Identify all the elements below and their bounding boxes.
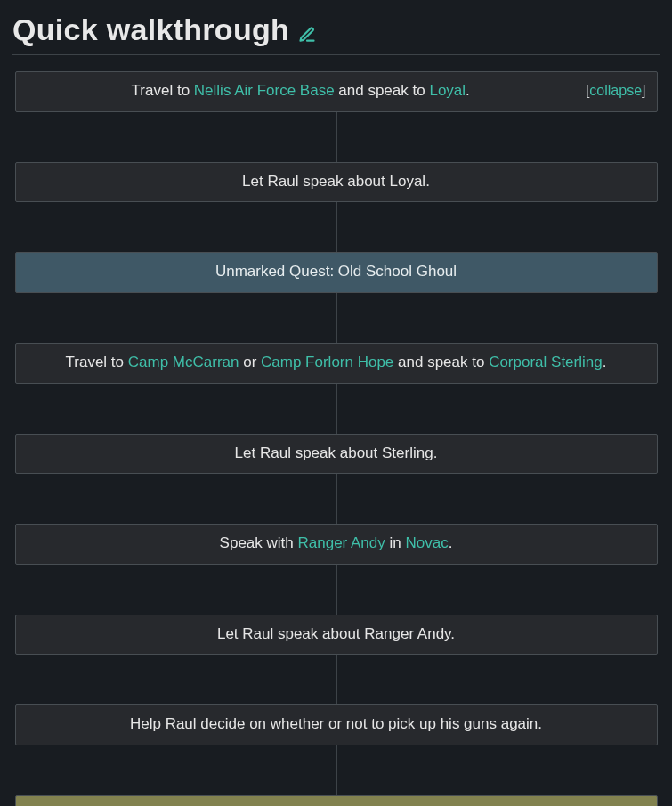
link-ranger-andy[interactable]: Ranger Andy — [297, 534, 385, 551]
step-text: Let Raul speak about Sterling. — [235, 444, 438, 461]
step-text: Speak with Ranger Andy in Novac. — [220, 534, 453, 551]
edit-icon[interactable] — [298, 26, 316, 44]
step-text: Let Raul speak about Loyal. — [242, 173, 430, 190]
step-quest-header: Unmarked Quest: Old School Ghoul — [15, 252, 658, 293]
step-travel-mccarran: Travel to Camp McCarran or Camp Forlorn … — [15, 343, 658, 384]
section-title: Quick walkthrough — [12, 12, 289, 47]
collapse-toggle[interactable]: [collapse] — [575, 80, 646, 101]
step-text: Unmarked Quest: Old School Ghoul — [215, 263, 457, 280]
step-text: Help Raul decide on whether or not to pi… — [130, 715, 542, 732]
step-help-raul-decide: Help Raul decide on whether or not to pi… — [15, 704, 658, 745]
step-ranger-andy: Speak with Ranger Andy in Novac. — [15, 524, 658, 565]
link-corporal-sterling[interactable]: Corporal Sterling — [489, 354, 603, 370]
step-raul-ranger-andy: Let Raul speak about Ranger Andy. — [15, 615, 658, 655]
step-travel-nellis: [collapse] Travel to Nellis Air Force Ba… — [15, 71, 658, 112]
link-loyal[interactable]: Loyal — [429, 82, 466, 99]
step-raul-loyal: Let Raul speak about Loyal. — [15, 162, 658, 203]
step-text: Travel to Nellis Air Force Base and spea… — [132, 82, 470, 99]
link-nellis-afb[interactable]: Nellis Air Force Base — [194, 82, 335, 99]
collapse-link[interactable]: collapse — [589, 83, 642, 98]
step-reward: Reward: Old Vaquero OR Full Maintenance … — [15, 795, 658, 806]
walkthrough-flow: [collapse] Travel to Nellis Air Force Ba… — [12, 68, 660, 806]
link-camp-forlorn-hope[interactable]: Camp Forlorn Hope — [261, 354, 393, 370]
step-text: Travel to Camp McCarran or Camp Forlorn … — [66, 354, 607, 370]
link-camp-mccarran[interactable]: Camp McCarran — [128, 354, 239, 370]
link-novac[interactable]: Novac — [405, 534, 448, 551]
step-text: Let Raul speak about Ranger Andy. — [217, 625, 455, 642]
step-raul-sterling: Let Raul speak about Sterling. — [15, 434, 658, 475]
section-header: Quick walkthrough — [12, 12, 660, 55]
page-root: Quick walkthrough [collapse] Travel to N… — [0, 0, 672, 806]
